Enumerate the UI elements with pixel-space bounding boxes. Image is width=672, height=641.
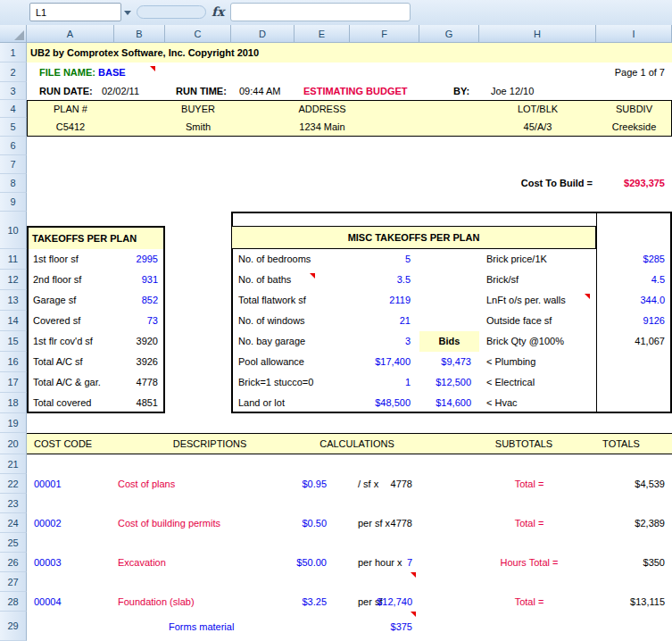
- misc-title[interactable]: MISC TAKEOFFS PER PLAN: [231, 226, 596, 249]
- row-header-14[interactable]: 14: [0, 311, 27, 331]
- column-header-c[interactable]: C: [165, 25, 231, 43]
- cost-to-build-value[interactable]: $293,375: [596, 174, 668, 193]
- row-header-24[interactable]: 24: [0, 513, 27, 533]
- row-header-11[interactable]: 11: [0, 249, 27, 270]
- row-header-27[interactable]: 27: [0, 572, 27, 592]
- cost-sub-qty[interactable]: $375: [350, 616, 416, 637]
- bid-value[interactable]: $14,600: [418, 393, 475, 413]
- row-header-5[interactable]: 5: [0, 118, 27, 137]
- cost-qty[interactable]: $12,740: [350, 592, 416, 612]
- row-header-28[interactable]: 28: [0, 592, 27, 612]
- plan-value-buyer[interactable]: Smith: [165, 118, 231, 137]
- bid-value[interactable]: $9,473: [418, 352, 475, 372]
- run-time-label[interactable]: RUN TIME:: [172, 82, 231, 100]
- insert-function-button[interactable]: fx: [212, 4, 224, 19]
- cost-desc[interactable]: Foundation (slab): [114, 592, 284, 612]
- plan-header-subdiv[interactable]: SUBDIV: [596, 100, 672, 118]
- misc-right-label[interactable]: Outside face sf: [483, 311, 592, 331]
- cost-desc[interactable]: Excavation: [114, 553, 284, 572]
- takeoff-value[interactable]: 4851: [94, 393, 162, 413]
- row-header-18[interactable]: 18: [0, 393, 27, 413]
- cost-sub-desc[interactable]: Forms material: [165, 616, 281, 637]
- cost-sub-label[interactable]: Total =: [479, 474, 579, 494]
- sheet-title[interactable]: UB2 by Comprotex Software, Inc. Copyrigh…: [27, 43, 672, 62]
- misc-left-value[interactable]: $48,500: [300, 393, 414, 413]
- cost-desc[interactable]: Cost of plans: [114, 474, 284, 494]
- cost-header-code[interactable]: COST CODE: [30, 433, 111, 454]
- takeoff-value[interactable]: 3920: [94, 331, 162, 352]
- file-name-value[interactable]: BASE: [95, 62, 148, 82]
- bid-value[interactable]: $12,500: [418, 372, 475, 393]
- misc-right-label[interactable]: < Hvac: [483, 393, 592, 413]
- row-header-22[interactable]: 22: [0, 474, 27, 494]
- cost-header-sub[interactable]: SUBTOTALS: [479, 433, 568, 454]
- misc-right-value[interactable]: $285: [598, 249, 668, 270]
- cost-total[interactable]: $350: [596, 553, 668, 572]
- run-date-value[interactable]: 02/02/11: [98, 82, 150, 100]
- row-header-13[interactable]: 13: [0, 290, 27, 311]
- cost-total[interactable]: $2,389: [596, 513, 668, 533]
- plan-value-address[interactable]: 1234 Main: [295, 118, 350, 137]
- column-header-h[interactable]: H: [479, 25, 596, 43]
- cost-rate[interactable]: $3.25: [273, 592, 330, 612]
- cost-rate[interactable]: $0.95: [273, 474, 330, 494]
- cost-header-total[interactable]: TOTALS: [585, 433, 657, 454]
- bids-header[interactable]: Bids: [419, 331, 479, 352]
- cost-sub-label[interactable]: Hours Total =: [479, 553, 579, 572]
- cost-header-calc[interactable]: CALCULATIONS: [295, 433, 419, 454]
- cost-sub-label[interactable]: Total =: [479, 592, 579, 612]
- plan-header-buyer[interactable]: BUYER: [165, 100, 231, 118]
- misc-right-label[interactable]: Brick/sf: [483, 270, 592, 290]
- row-header-4[interactable]: 4: [0, 100, 27, 118]
- misc-left-value[interactable]: 3.5: [300, 270, 414, 290]
- cost-total[interactable]: $13,115: [596, 592, 668, 612]
- column-header-a[interactable]: A: [27, 25, 114, 43]
- takeoff-value[interactable]: 852: [94, 290, 162, 311]
- cost-sub-label[interactable]: Total =: [479, 513, 579, 533]
- takeoff-value[interactable]: 3926: [94, 352, 162, 372]
- estimating-budget-title[interactable]: ESTIMATING BUDGET: [300, 82, 421, 100]
- row-header-17[interactable]: 17: [0, 372, 27, 393]
- row-header-12[interactable]: 12: [0, 270, 27, 290]
- takeoff-value[interactable]: 2995: [94, 249, 162, 270]
- misc-right-value[interactable]: 4.5: [598, 270, 668, 290]
- misc-left-value[interactable]: 21: [300, 311, 414, 331]
- select-all-corner[interactable]: [0, 25, 27, 43]
- plan-header-lotblk[interactable]: LOT/BLK: [479, 100, 596, 118]
- plan-header-plan[interactable]: PLAN #: [27, 100, 114, 118]
- row-header-9[interactable]: 9: [0, 193, 27, 212]
- misc-right-label[interactable]: < Electrical: [483, 372, 592, 393]
- misc-left-value[interactable]: 5: [300, 249, 414, 270]
- cost-rate[interactable]: $0.50: [273, 513, 330, 533]
- row-header-6[interactable]: 6: [0, 137, 27, 155]
- cost-to-build-label[interactable]: Cost To Build =: [479, 174, 596, 193]
- plan-value-lotblk[interactable]: 45/A/3: [479, 118, 596, 137]
- misc-right-label[interactable]: Brick price/1K: [483, 249, 592, 270]
- run-date-label[interactable]: RUN DATE:: [36, 82, 95, 100]
- takeoff-value[interactable]: 931: [94, 270, 162, 290]
- cost-code[interactable]: 00002: [30, 513, 93, 533]
- column-header-i[interactable]: I: [596, 25, 672, 43]
- row-header-8[interactable]: 8: [0, 174, 27, 193]
- name-box[interactable]: L1: [29, 3, 121, 21]
- misc-right-value[interactable]: 41,067: [598, 331, 668, 352]
- misc-left-value[interactable]: 3: [300, 331, 414, 352]
- cost-code[interactable]: 00003: [30, 553, 93, 572]
- misc-right-value[interactable]: 9126: [598, 311, 668, 331]
- row-header-23[interactable]: 23: [0, 494, 27, 513]
- takeoffs-title[interactable]: TAKEOFFS PER PLAN: [29, 228, 163, 249]
- row-header-19[interactable]: 19: [0, 413, 27, 433]
- cost-code[interactable]: 00004: [30, 592, 93, 612]
- misc-left-value[interactable]: $17,400: [300, 352, 414, 372]
- row-header-29[interactable]: 29: [0, 612, 27, 641]
- row-header-16[interactable]: 16: [0, 352, 27, 372]
- row-header-2[interactable]: 2: [0, 62, 27, 82]
- cost-total[interactable]: $4,539: [596, 474, 668, 494]
- row-header-3[interactable]: 3: [0, 82, 27, 100]
- row-header-21[interactable]: 21: [0, 454, 27, 474]
- misc-right-label[interactable]: Brick Qty @100%: [483, 331, 592, 352]
- row-header-1[interactable]: 1: [0, 43, 27, 62]
- misc-left-value[interactable]: 1: [300, 372, 414, 393]
- row-header-25[interactable]: 25: [0, 533, 27, 553]
- misc-right-value[interactable]: 344.0: [598, 290, 668, 311]
